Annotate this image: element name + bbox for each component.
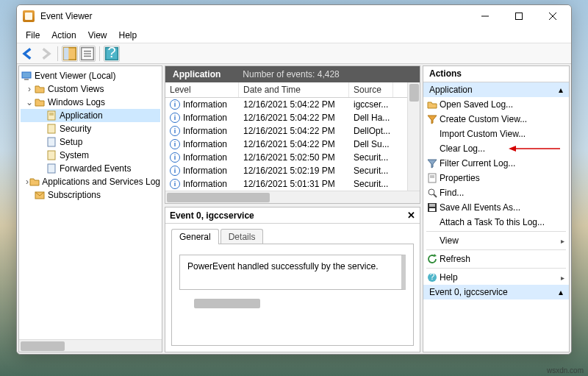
tree-application[interactable]: Application [21,109,160,122]
action-open-saved-log[interactable]: Open Saved Log... [423,97,569,112]
action-label: Find... [440,188,464,198]
svg-rect-1 [516,13,523,20]
chevron-right-icon: ▸ [561,237,564,245]
action-label: Attach a Task To this Log... [440,217,545,227]
log-icon [46,123,57,135]
toolbar: ? [17,43,571,64]
close-button[interactable] [536,5,570,27]
show-tree-button[interactable] [62,46,78,62]
cell-source: Securit... [349,151,393,164]
grid-scrollbar-h[interactable] [165,191,420,203]
event-row[interactable]: iInformation12/16/2021 5:02:50 PMSecurit… [165,151,407,164]
menu-help[interactable]: Help [113,29,143,42]
detail-pane: Event 0, igccservice ✕ General Details P… [165,207,420,352]
cell-datetime: 12/16/2021 5:02:19 PM [239,164,349,177]
grid-header[interactable]: LevelDate and TimeSource [165,82,407,98]
cell-datetime: 12/16/2021 5:01:31 PM [239,177,349,191]
collapse-icon[interactable]: ⌄ [25,97,34,107]
event-row[interactable]: iInformation12/16/2021 5:04:22 PMDell Su… [165,138,407,151]
tree-setup[interactable]: Setup [21,135,160,149]
folder-icon [34,83,46,95]
subscriptions-icon [34,189,46,201]
cell-source: DellOpt... [349,124,393,138]
properties-button[interactable] [79,46,96,62]
detail-title: Event 0, igccservice [170,210,254,221]
actions-section-application[interactable]: Application ▴ [423,82,569,97]
tree-label: Forwarded Events [60,163,131,174]
event-row[interactable]: iInformation12/16/2021 5:04:22 PMDellOpt… [165,124,407,138]
col-source[interactable]: Source [349,82,393,97]
action-label: Save All Events As... [440,202,520,213]
actions-section-event[interactable]: Event 0, igccservice ▴ [423,285,569,299]
action-attach-task[interactable]: Attach a Task To this Log... [423,215,569,230]
tree-label: Security [60,124,91,134]
tree-label: Subscriptions [48,190,101,200]
action-properties[interactable]: Properties [423,171,569,185]
svg-marker-23 [509,146,516,152]
event-row[interactable]: iInformation12/16/2021 5:04:22 PMigccser… [165,98,407,111]
action-find[interactable]: Find... [423,185,569,200]
toolbar-separator [99,46,100,61]
col-level[interactable]: Level [165,82,239,97]
information-icon: i [170,139,180,149]
information-icon: i [170,166,180,176]
grid-scrollbar-v[interactable] [407,82,420,191]
action-filter-log[interactable]: Filter Current Log... [423,156,569,171]
folder-icon [29,176,40,188]
nav-back-button[interactable] [20,46,36,62]
menu-action[interactable]: Action [46,29,82,42]
computer-icon [21,70,32,82]
tab-details[interactable]: Details [220,229,264,244]
collapse-icon[interactable]: ▴ [559,287,563,297]
svg-rect-17 [48,124,55,133]
tree-system[interactable]: System [21,149,160,162]
action-save-all-events[interactable]: Save All Events As... [423,200,569,215]
tree-forwarded[interactable]: Forwarded Events [21,162,160,175]
menu-file[interactable]: File [20,29,46,42]
tree-security[interactable]: Security [21,122,160,135]
maximize-button[interactable] [502,5,536,27]
log-icon [46,136,57,148]
titlebar[interactable]: Event Viewer [17,5,571,27]
tree-scrollbar-h[interactable] [19,339,162,352]
cell-level: iInformation [165,98,239,111]
tree-custom-views[interactable]: › Custom Views [21,82,160,96]
action-help-submenu[interactable]: ? Help ▸ [423,270,569,285]
tree-apps-services[interactable]: › Applications and Services Log [21,175,160,188]
action-clear-log[interactable]: Clear Log... [423,141,569,156]
tree-pane: Event Viewer (Local) › Custom Views ⌄ Wi… [18,65,162,352]
detail-close-button[interactable]: ✕ [407,210,415,221]
action-import-custom-view[interactable]: Import Custom View... [423,127,569,141]
action-view-submenu[interactable]: View ▸ [423,233,569,248]
detail-scrollbar-h[interactable] [179,297,406,310]
action-refresh[interactable]: Refresh [423,252,569,266]
help-button[interactable]: ? [104,46,120,62]
tree-root[interactable]: Event Viewer (Local) [21,69,160,82]
actions-pane: Actions Application ▴ Open Saved Log... … [423,65,570,352]
center-pane: Application Number of events: 4,428 Leve… [165,65,420,352]
tree-subscriptions[interactable]: Subscriptions [21,188,160,202]
svg-rect-31 [429,208,435,211]
svg-line-28 [434,194,437,197]
nav-tree[interactable]: Event Viewer (Local) › Custom Views ⌄ Wi… [19,66,162,339]
minimize-button[interactable] [468,5,502,27]
tree-label: Windows Logs [48,97,105,107]
action-create-custom-view[interactable]: Create Custom View... [423,112,569,127]
event-row[interactable]: iInformation12/16/2021 5:04:22 PMDell Ha… [165,111,407,124]
collapse-icon[interactable]: ▴ [559,85,563,95]
events-grid[interactable]: LevelDate and TimeSourceiInformation12/1… [165,82,407,191]
action-label: Import Custom View... [440,129,526,139]
tree-windows-logs[interactable]: ⌄ Windows Logs [21,96,160,109]
log-icon [46,149,57,161]
section-label: Application [429,85,473,95]
tab-general[interactable]: General [171,229,219,244]
event-row[interactable]: iInformation12/16/2021 5:02:19 PMSecurit… [165,164,407,177]
expand-icon[interactable]: › [25,84,34,94]
events-header: Application Number of events: 4,428 [165,66,420,82]
cell-datetime: 12/16/2021 5:04:22 PM [239,138,349,151]
action-label: Open Saved Log... [440,99,513,110]
cell-level: iInformation [165,111,239,124]
event-row[interactable]: iInformation12/16/2021 5:01:31 PMSecurit… [165,177,407,191]
menu-view[interactable]: View [82,29,113,42]
col-datetime[interactable]: Date and Time [239,82,349,97]
